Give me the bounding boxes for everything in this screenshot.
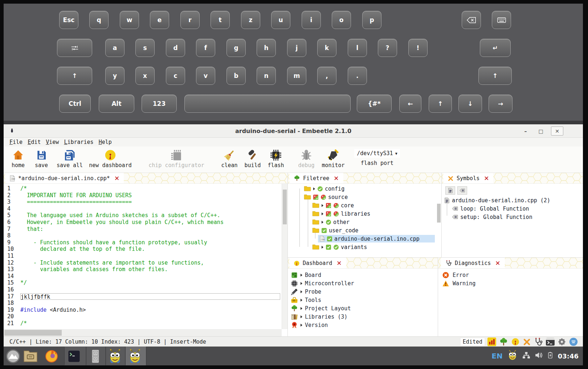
symbols-filter-button[interactable] — [457, 186, 467, 195]
dashboard-item-tools[interactable]: Tools — [291, 296, 321, 304]
dashboard-item-libraries[interactable]: Libraries (3) — [291, 312, 347, 321]
key-hide-keyboard[interactable] — [492, 11, 511, 29]
scrollbar-thumb[interactable] — [4, 330, 62, 336]
filetree-close-icon[interactable]: ✕ — [334, 175, 339, 182]
key-j[interactable]: j — [287, 39, 306, 57]
terminal-icon[interactable] — [546, 337, 555, 346]
filetree-row-variants[interactable]: variants — [311, 243, 368, 251]
editor-vertical-scrollbar[interactable] — [282, 184, 287, 329]
filetree-row-libraries[interactable]: libraries — [311, 210, 372, 218]
key-w[interactable]: w — [120, 11, 139, 29]
gauge-icon[interactable] — [511, 337, 520, 346]
dashboard-item-project-layout[interactable]: Project Layout — [291, 304, 351, 312]
diagnostics-close-icon[interactable]: ✕ — [495, 260, 500, 267]
key-arrow-right[interactable]: → — [489, 95, 513, 113]
key-z[interactable]: z — [241, 11, 260, 29]
key-o[interactable]: o — [332, 11, 351, 29]
filetree-scrollbar-thumb[interactable] — [437, 204, 441, 223]
editor-tab-close-icon[interactable]: ✕ — [114, 175, 119, 182]
symbols-close-icon[interactable]: ✕ — [484, 175, 489, 182]
editor-tab[interactable]: .cpp *arduino-due-serial.ino.cpp* ✕ — [5, 173, 124, 184]
chip-configurator-button[interactable]: chip configurator — [144, 148, 208, 173]
dashboard-item-version[interactable]: Version — [291, 321, 328, 329]
build-button[interactable]: build — [241, 148, 264, 173]
symbols-tab[interactable]: Symbols ✕ — [443, 173, 493, 184]
key-k[interactable]: k — [317, 39, 336, 57]
diagnostics-item-warning[interactable]: Warning — [442, 279, 475, 287]
flash-port-select[interactable]: /dev/ttyS31 ▼ — [354, 149, 400, 158]
file-manager-icon[interactable] — [23, 349, 38, 364]
save-all-button[interactable]: save all — [53, 148, 86, 173]
key-ctrl[interactable]: Ctrl — [59, 95, 91, 113]
language-indicator[interactable]: EN — [491, 352, 502, 360]
symbols-root-row[interactable]: arduino-due-serial.ino.cpp (2) — [444, 196, 550, 204]
key-b[interactable]: b — [226, 67, 246, 85]
dashboard-tab[interactable]: Dashboard ✕ — [289, 258, 346, 269]
key-arrow-up[interactable]: ↑ — [429, 95, 452, 113]
symbols-row-setup[interactable]: setup: Global Function — [452, 213, 532, 221]
embeetle-icon-active[interactable] — [127, 349, 143, 364]
menu-libraries[interactable]: Libraries — [64, 139, 93, 145]
dashboard-close-icon[interactable]: ✕ — [336, 260, 342, 267]
menu-edit[interactable]: Edit — [28, 139, 41, 145]
key-period[interactable]: . — [348, 67, 367, 85]
key-u[interactable]: u — [271, 11, 290, 29]
home-button[interactable]: home — [7, 148, 30, 173]
menu-file[interactable]: File — [9, 139, 23, 145]
new-dashboard-button[interactable]: new dashboard — [86, 148, 134, 173]
chart-icon[interactable] — [487, 337, 496, 346]
stethoscope-icon[interactable] — [534, 337, 543, 347]
flash-button[interactable]: flash — [264, 148, 287, 173]
filetree-row-core[interactable]: core — [311, 201, 355, 210]
key-y[interactable]: y — [105, 67, 124, 85]
archive-manager-icon[interactable] — [87, 349, 103, 364]
firefox-icon[interactable] — [44, 349, 60, 364]
dashboard-item-board[interactable]: Board — [291, 271, 321, 279]
key-shift-right[interactable]: ↑ — [478, 67, 512, 85]
filetree-row-source[interactable]: source — [302, 193, 349, 201]
key-shift-left[interactable]: ↑ — [57, 67, 92, 85]
terminal-icon[interactable] — [66, 349, 82, 364]
filetree-row-other[interactable]: other — [311, 218, 351, 226]
chat-icon[interactable] — [569, 337, 578, 346]
minimize-button[interactable]: – — [520, 127, 531, 136]
diagnostics-item-error[interactable]: Error — [442, 271, 469, 279]
diagnostics-tab[interactable]: Diagnostics ✕ — [441, 258, 505, 269]
dashboard-item-microcontroller[interactable]: Microcontroller — [291, 279, 354, 287]
key-enter[interactable]: ↵ — [480, 39, 511, 57]
crossed-tools-icon[interactable] — [523, 338, 531, 346]
editor-horizontal-scrollbar[interactable] — [4, 329, 282, 336]
symbols-sort-button[interactable] — [445, 186, 455, 195]
key-i[interactable]: i — [302, 11, 321, 29]
key-123[interactable]: 123 — [142, 95, 177, 113]
clean-button[interactable]: clean — [218, 148, 241, 173]
key-v[interactable]: v — [196, 67, 215, 85]
save-button[interactable]: save — [30, 148, 53, 173]
scrollbar-thumb[interactable] — [283, 190, 287, 224]
close-button[interactable]: ✕ — [551, 127, 563, 136]
filetree-row-ino-cpp[interactable]: .cpparduino-due-serial.ino.cpp — [318, 235, 435, 243]
key-symbols[interactable]: {#* — [357, 95, 392, 113]
key-g[interactable]: g — [226, 39, 246, 57]
volume-icon[interactable] — [535, 351, 543, 361]
key-t[interactable]: t — [211, 11, 230, 29]
monitor-button[interactable]: monitor — [318, 148, 348, 173]
key-backspace[interactable] — [462, 11, 481, 29]
key-n[interactable]: n — [257, 67, 276, 85]
key-c[interactable]: c — [166, 67, 185, 85]
tree-icon[interactable] — [499, 337, 508, 347]
debug-button[interactable]: debug — [295, 148, 318, 173]
filetree-tab[interactable]: Filetree ✕ — [289, 173, 343, 184]
key-x[interactable]: x — [135, 67, 155, 85]
key-exclaim[interactable]: ! — [408, 39, 428, 57]
key-tab[interactable] — [57, 39, 92, 57]
embeetle-icon[interactable] — [107, 349, 123, 364]
filetree-row-config[interactable]: config — [302, 184, 346, 193]
filetree-row-user-code[interactable]: user_code — [311, 226, 360, 235]
key-question[interactable]: ? — [378, 39, 397, 57]
key-q[interactable]: q — [89, 11, 109, 29]
symbols-row-loop[interactable]: loop: Global Function — [452, 204, 529, 213]
key-esc[interactable]: Esc — [59, 11, 78, 29]
key-h[interactable]: h — [257, 39, 276, 57]
menu-view[interactable]: View — [46, 139, 59, 145]
